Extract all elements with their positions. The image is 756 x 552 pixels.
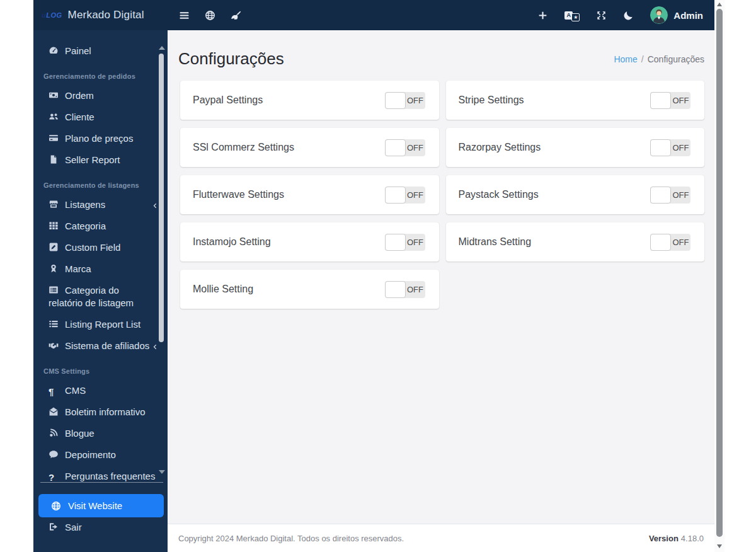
navbar-right-icons: A★ <box>537 10 634 21</box>
footer: Copyright 2024 Merkado Digital. Todos os… <box>168 524 714 552</box>
visit-website-button[interactable]: Visit Website <box>38 494 164 517</box>
sidebar-item-listagens[interactable]: Listagens <box>33 194 168 216</box>
sidebar-item-cms[interactable]: ¶CMS <box>33 380 168 401</box>
sidebar-item-cliente[interactable]: Cliente <box>33 106 168 128</box>
toggle-knob <box>385 92 406 109</box>
toggle-state-label: OFF <box>671 187 690 204</box>
award-icon <box>49 263 60 273</box>
user-menu[interactable]: Admin <box>650 6 703 24</box>
settings-card-mollie-setting: Mollie SettingOFF <box>180 270 439 309</box>
globe-icon <box>50 501 62 511</box>
top-navbar: A★ Admin <box>168 0 714 30</box>
credit-card-icon <box>49 133 60 143</box>
toggle-knob <box>385 281 406 298</box>
app-window: uLOG Merkado Digital PainelGerenciamento… <box>33 0 714 552</box>
settings-card-paystack-settings: Paystack SettingsOFF <box>446 175 705 214</box>
toggle-switch[interactable]: OFF <box>650 234 690 251</box>
sidebar-item-perguntas-frequentes[interactable]: ?Perguntas frequentes <box>33 466 168 482</box>
toggle-knob <box>650 139 671 156</box>
user-name: Admin <box>673 10 703 21</box>
brand-logo: uLOG <box>42 11 62 19</box>
file-icon <box>49 154 60 164</box>
settings-card-ssl-commerz-settings: SSl Commerz SettingsOFF <box>180 128 439 167</box>
toggle-switch[interactable]: OFF <box>385 139 425 156</box>
brand-title: Merkado Digital <box>68 9 144 21</box>
toggle-switch[interactable]: OFF <box>650 139 690 156</box>
dark-mode-moon-icon[interactable] <box>623 10 634 21</box>
toggle-switch[interactable]: OFF <box>650 187 690 204</box>
page-header: Configurações Home/Configurações <box>168 30 714 71</box>
avatar <box>650 6 668 24</box>
fullscreen-icon[interactable] <box>596 10 607 21</box>
add-new-icon[interactable] <box>537 10 548 21</box>
settings-card-label: Stripe Settings <box>459 95 524 106</box>
sidebar-item-plano-de-precos[interactable]: Plano de preços <box>33 128 168 149</box>
sidebar-scroll-up-icon[interactable] <box>159 46 165 50</box>
sidebar-item-custom-field[interactable]: Custom Field <box>33 237 168 258</box>
money-bill-icon <box>49 90 60 100</box>
site-globe-icon[interactable] <box>205 10 215 21</box>
sidebar-item-boletim-informativo[interactable]: Boletim informativo <box>33 401 168 423</box>
window-scrollbar-thumb[interactable] <box>716 9 723 537</box>
sidebar-item-categoria-do-relatorio-de-listagem[interactable]: Categoria do relatório de listagem <box>33 280 168 314</box>
scroll-up-icon[interactable] <box>717 3 722 6</box>
settings-card-label: Paystack Settings <box>459 189 539 200</box>
list-icon <box>49 319 60 329</box>
sidebar-item-sistema-de-afiliados[interactable]: Sistema de afiliados <box>33 335 168 357</box>
toggle-knob <box>650 234 671 251</box>
window-scrollbar <box>714 0 724 552</box>
breadcrumb-current: Configurações <box>648 54 704 64</box>
settings-card-label: Razorpay Settings <box>459 142 541 153</box>
sidebar-section-header: Gerenciamento de listagens <box>43 181 158 190</box>
sidebar-item-seller-report[interactable]: Seller Report <box>33 149 168 171</box>
settings-card-paypal-settings: Paypal SettingsOFF <box>180 81 439 120</box>
toggle-knob <box>385 234 406 251</box>
scroll-down-icon[interactable] <box>717 544 722 548</box>
settings-grid: Paypal SettingsOFFStripe SettingsOFFSSl … <box>168 71 714 309</box>
toggle-state-label: OFF <box>406 187 425 204</box>
settings-card-stripe-settings: Stripe SettingsOFF <box>446 81 705 120</box>
users-icon <box>49 112 60 122</box>
clear-cache-broom-icon[interactable] <box>231 10 241 21</box>
toggle-knob <box>385 139 406 156</box>
sidebar-item-listing-report-list[interactable]: Listing Report List <box>33 314 168 335</box>
envelope-open-icon <box>49 406 60 417</box>
settings-card-label: SSl Commerz Settings <box>193 142 294 153</box>
toggle-switch[interactable]: OFF <box>650 92 690 109</box>
sidebar-section-header: Gerenciamento de pedidos <box>43 72 158 81</box>
sidebar-divider <box>40 482 163 483</box>
navbar-left-icons <box>179 10 241 21</box>
toggle-state-label: OFF <box>671 92 690 109</box>
breadcrumb-home-link[interactable]: Home <box>614 54 637 64</box>
toggle-switch[interactable]: OFF <box>385 234 425 251</box>
sidebar-item-marca[interactable]: Marca <box>33 258 168 280</box>
sidebar-item-categoria[interactable]: Categoria <box>33 216 168 237</box>
navbar-right: A★ Admin <box>537 6 703 24</box>
menu-toggle-icon[interactable] <box>179 10 190 21</box>
settings-card-flutterwave-settings: Flutterwave SettingsOFF <box>180 175 439 214</box>
sidebar-scrollbar-thumb[interactable] <box>159 54 164 342</box>
sidebar-item-depoimento[interactable]: Depoimento <box>33 444 168 466</box>
toggle-switch[interactable]: OFF <box>385 281 425 298</box>
grid-icon <box>49 221 60 231</box>
sidebar-item-logout[interactable]: Sair <box>33 517 168 538</box>
sidebar-item-blogue[interactable]: Blogue <box>33 423 168 444</box>
sidebar-item-painel[interactable]: Painel <box>33 40 168 62</box>
toggle-state-label: OFF <box>406 234 425 251</box>
sidebar-brand[interactable]: uLOG Merkado Digital <box>33 0 168 30</box>
content-area: Configurações Home/Configurações Paypal … <box>168 30 714 524</box>
breadcrumb-separator: / <box>641 54 644 64</box>
main-area: A★ Admin <box>168 0 714 552</box>
toggle-switch[interactable]: OFF <box>385 92 425 109</box>
translate-language-icon[interactable]: A★ <box>564 11 580 20</box>
blog-icon <box>49 428 60 438</box>
chevron-left-icon <box>151 341 159 348</box>
handshake-icon <box>49 340 60 350</box>
sidebar-scroll-down-icon[interactable] <box>159 470 165 474</box>
paragraph-icon: ¶ <box>49 386 60 396</box>
settings-card-label: Flutterwave Settings <box>193 189 284 200</box>
toggle-switch[interactable]: OFF <box>385 187 425 204</box>
toggle-state-label: OFF <box>671 234 690 251</box>
sidebar-item-ordem[interactable]: Ordem <box>33 85 168 106</box>
toggle-state-label: OFF <box>671 139 690 156</box>
